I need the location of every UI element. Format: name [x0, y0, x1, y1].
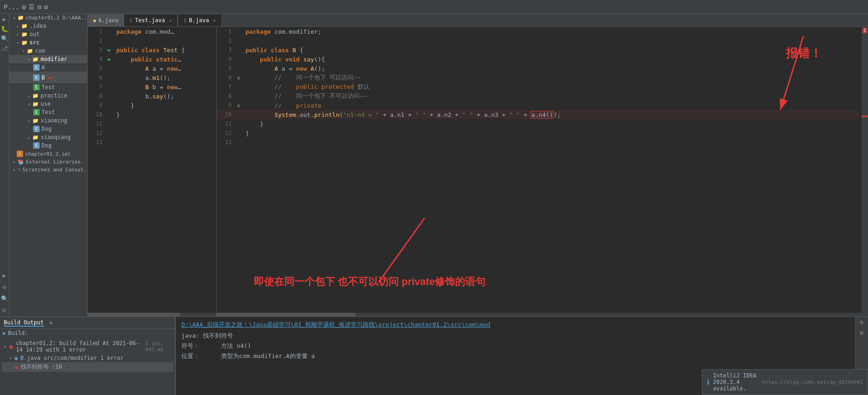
left-side-icons: ▶ ⚙ 🔍 ⊟ — [0, 269, 9, 316]
expand-icon[interactable]: ⊞ — [860, 329, 864, 336]
settings-icon[interactable]: ⚙ — [22, 3, 26, 11]
bjava-text: B.java src/com/modifier 1 error — [20, 355, 124, 361]
code-line: 5 A a = new A(); — [217, 64, 859, 73]
sidebar-item-modifier[interactable]: ▾ 📁 modifier — [9, 55, 87, 63]
error-line3: 位置： 类型为com.modifier.A的变量 a — [181, 352, 850, 360]
tab-close-test[interactable]: × — [169, 18, 172, 23]
sidebar-item-B[interactable]: C B ← — [9, 72, 87, 83]
scrollbar-left[interactable] — [88, 313, 216, 316]
editor-tab-bar: ● A.java C Test.java × C B.java × — [88, 14, 868, 27]
debug-icon-2[interactable]: ⚙ — [3, 284, 6, 291]
code-line: 3 public class B { — [217, 45, 859, 55]
error-detail-dot: ● — [15, 364, 18, 371]
settings-icon-2[interactable]: ⚙ — [860, 319, 864, 326]
notification-text: IntelliJ IDEA 2020.3.4 available. — [713, 372, 758, 392]
editor-right: 1 package com.modifier; 2 3 — [217, 27, 868, 316]
code-line: 9 } — [88, 101, 216, 110]
sidebar-item-chapter[interactable]: ▾ 📁 chapter01.2 D:\AAA... — [9, 14, 87, 22]
tab-B-java[interactable]: C B.java × — [178, 14, 221, 26]
code-line: 12 — [88, 128, 216, 138]
layout-icon[interactable]: ⊟ — [37, 3, 41, 11]
error-line2: 符号： 方法 n4() — [181, 342, 850, 350]
git-icon[interactable]: ⎇ — [1, 45, 8, 52]
error-marker — [862, 115, 868, 117]
sidebar-item-xiaoming[interactable]: ▸ 📁 xiaoming — [9, 116, 87, 125]
structure-icon[interactable]: ⊟ — [3, 307, 6, 314]
build-item-failed[interactable]: ▾ ● chapter01.2: build failed At 2021-06… — [2, 339, 173, 354]
notification-link[interactable]: https://blog.csdn.net/qq_45704942 — [762, 379, 863, 385]
code-line: 8 // 同一个包下 不可以访问—— — [217, 91, 859, 101]
code-line: 2 — [88, 36, 216, 45]
code-line-error: 10 System.out.println("n1~n4 = " + a.n1 … — [217, 110, 859, 119]
code-line: 13 — [88, 138, 216, 147]
run-icon[interactable]: ▶ — [3, 16, 6, 23]
sidebar-item-Test[interactable]: C Test — [9, 83, 87, 91]
find-icon[interactable]: 🔍 — [1, 35, 8, 42]
build-output-panel: Build Output × ▶ Build: ▾ ● chapter01.2:… — [0, 317, 175, 395]
code-line: 10 } — [88, 110, 216, 119]
error-path-line: D:\AAA_后端开发之路！\Java基础学习\01_韩顺平课程_推进学习路线\… — [181, 321, 850, 329]
build-item-detail[interactable]: ● 找不到符号 :10 — [2, 362, 173, 372]
code-line: 13 — [217, 138, 859, 147]
right-margin: 1 — [862, 27, 868, 316]
sidebar-item-iml[interactable]: i chapter01.2.iml — [9, 150, 87, 158]
sidebar-item-use[interactable]: ▾ 📁 use — [9, 100, 87, 108]
sidebar-item-scratches[interactable]: ▸ ✎ Scratches and Consol... — [9, 166, 87, 174]
tab-A-java[interactable]: ● A.java — [88, 14, 124, 26]
build-failed-text: chapter01.2: build failed At 2021-06-14 … — [16, 340, 142, 353]
run-build-icon[interactable]: ▶ — [3, 330, 6, 336]
file-icon: ■ — [15, 356, 18, 361]
sidebar-item-practice[interactable]: ▸ 📁 practice — [9, 91, 87, 100]
intellij-logo: ℹ — [707, 378, 709, 386]
top-bar: P... ⚙ ☰ ⊟ ⚙ — [0, 0, 868, 14]
build-time: 1 sec, 843 ms — [145, 340, 171, 352]
bottom-tab-bar: Build Output × — [0, 317, 175, 329]
code-editor-right[interactable]: 1 package com.modifier; 2 3 — [217, 27, 868, 313]
code-line: 7 // public protected 默认 — [217, 82, 859, 91]
code-line: 12 } — [217, 128, 859, 138]
code-editor-left[interactable]: 1 package com.mod… 2 3 — [88, 27, 216, 313]
tab-Test-java[interactable]: C Test.java × — [124, 14, 178, 26]
config-icon[interactable]: ⚙ — [44, 3, 48, 11]
sidebar-item-idea[interactable]: ▸ 📁 .idea — [9, 22, 87, 30]
build-label: Build: — [8, 330, 28, 336]
code-line: 1 package com.modifier; — [217, 27, 859, 36]
search-icon[interactable]: 🔍 — [1, 295, 8, 302]
scrollbar-right[interactable] — [217, 313, 868, 316]
error-dot: ● — [9, 343, 13, 350]
error-badge: 1 — [862, 28, 867, 33]
code-line: 8 b.say(); — [88, 91, 216, 101]
tab-build-output[interactable]: Build Output — [4, 319, 44, 327]
code-line: 4 public void say(){ — [217, 55, 859, 64]
build-item-bjava[interactable]: ▾ ■ B.java src/com/modifier 1 error — [2, 354, 173, 362]
error-detail-text: 找不到符号 :10 — [21, 363, 62, 371]
code-line: 6 ◇ // 同一个包下 可以访问—— — [217, 73, 859, 82]
tab-close-B[interactable]: × — [213, 18, 216, 23]
tab-close-build[interactable]: × — [49, 320, 53, 326]
run-icon-2[interactable]: ▶ — [3, 272, 6, 279]
code-line: 4 ▶ public static… — [88, 55, 216, 64]
build-label-row: ▶ Build: — [0, 329, 175, 337]
sidebar-item-xiaoming-dog[interactable]: C Dog — [9, 125, 87, 133]
sidebar-item-src[interactable]: ▾ 📁 src — [9, 38, 87, 47]
sidebar-item-xiaoqiang[interactable]: ▸ 📁 xiaoqiang — [9, 133, 87, 141]
project-icon[interactable]: P... — [4, 3, 19, 11]
sidebar-item-out[interactable]: ▸ 📁 out — [9, 30, 87, 38]
editor-left: 1 package com.mod… 2 3 — [88, 27, 217, 316]
code-line: 9 ◇ // private — [217, 101, 859, 110]
code-line: 7 B b = new… — [88, 82, 216, 91]
notification-bar: ℹ IntelliJ IDEA 2020.3.4 available. http… — [702, 369, 868, 395]
code-line: 6 a.m1(); — [88, 73, 216, 82]
sidebar: ▾ 📁 chapter01.2 D:\AAA... ▸ 📁 .idea ▸ 📁 … — [9, 14, 88, 316]
top-bar-icons: P... ⚙ ☰ ⊟ ⚙ — [4, 3, 48, 11]
menu-icon[interactable]: ☰ — [29, 3, 35, 11]
sidebar-item-com[interactable]: ▾ 📁 com — [9, 47, 87, 55]
code-line: 11 — [88, 119, 216, 128]
sidebar-item-xiaoqiang-dog[interactable]: C Dog — [9, 141, 87, 150]
sidebar-item-A[interactable]: C A — [9, 63, 87, 72]
sidebar-item-ext-libs[interactable]: ▸ 📚 External Libraries — [9, 158, 87, 166]
error-path[interactable]: D:\AAA_后端开发之路！\Java基础学习\01_韩顺平课程_推进学习路线\… — [181, 321, 491, 328]
sidebar-item-use-test[interactable]: C Test — [9, 108, 87, 116]
code-line: 3 ▶ public class Test { — [88, 45, 216, 55]
debug-icon[interactable]: 🐛 — [1, 25, 8, 32]
